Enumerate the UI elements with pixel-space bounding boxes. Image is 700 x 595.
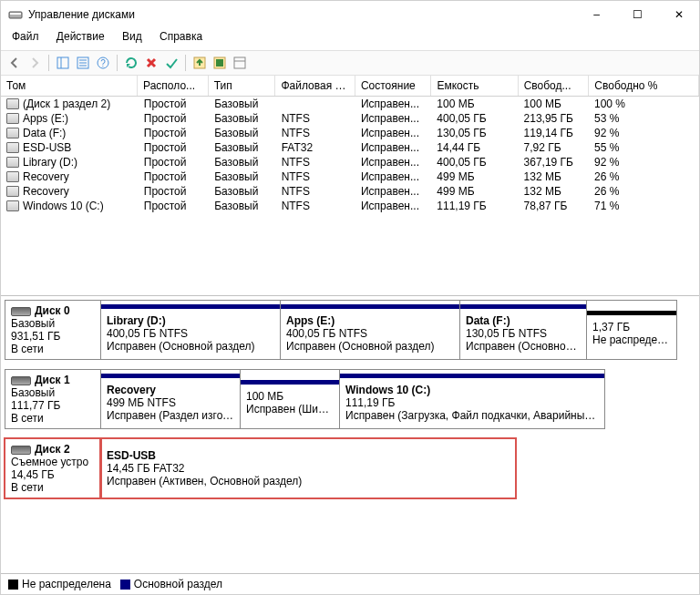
partition-band bbox=[460, 304, 586, 309]
properties-button[interactable] bbox=[75, 55, 91, 71]
forward-button[interactable] bbox=[26, 55, 43, 71]
view-top-button[interactable] bbox=[191, 55, 208, 71]
minimize-button[interactable]: – bbox=[576, 1, 617, 28]
file-menu[interactable]: Файл bbox=[5, 29, 46, 44]
volume-icon bbox=[6, 113, 19, 124]
col-volume[interactable]: Том bbox=[1, 76, 138, 96]
legend-primary: Основной раздел bbox=[120, 578, 222, 590]
svg-rect-12 bbox=[216, 59, 223, 67]
col-type[interactable]: Тип bbox=[209, 76, 276, 96]
partition-band bbox=[340, 374, 604, 378]
disk-info[interactable]: Диск 2Съемное устро14,45 ГБВ сети bbox=[5, 438, 101, 498]
disk-row: Диск 0Базовый931,51 ГБВ сетиLibrary (D:)… bbox=[5, 300, 695, 360]
show-tree-button[interactable] bbox=[55, 55, 71, 71]
help-button[interactable]: ? bbox=[95, 55, 111, 71]
disk-management-window: Управление дисками – ☐ ✕ Файл Действие В… bbox=[0, 0, 700, 595]
disk-icon bbox=[11, 446, 31, 455]
volume-icon bbox=[6, 200, 19, 211]
partition-band bbox=[241, 380, 339, 385]
disk-icon bbox=[11, 376, 31, 385]
table-row[interactable]: Data (F:)ПростойБазовыйNTFSИсправен...13… bbox=[1, 126, 699, 140]
disk-row: Диск 2Съемное устро14,45 ГБВ сетиESD-USB… bbox=[5, 438, 695, 498]
col-capacity[interactable]: Емкость bbox=[431, 76, 518, 96]
legend: Не распределена Основной раздел bbox=[1, 573, 699, 594]
partition[interactable]: Apps (E:)400,05 ГБ NTFSИсправен (Основно… bbox=[280, 300, 460, 360]
partition[interactable]: Recovery499 МБ NTFSИсправен (Раздел изго… bbox=[100, 369, 241, 429]
volume-icon bbox=[6, 157, 19, 168]
svg-rect-2 bbox=[57, 57, 68, 68]
col-free[interactable]: Свобод... bbox=[519, 76, 590, 96]
table-row[interactable]: Windows 10 (C:)ПростойБазовыйNTFSИсправе… bbox=[1, 199, 699, 213]
volume-icon bbox=[6, 128, 19, 138]
volume-icon bbox=[6, 171, 19, 182]
view-bottom-button[interactable] bbox=[211, 55, 228, 71]
menubar: Файл Действие Вид Справка bbox=[1, 28, 699, 50]
disk-graphical-view[interactable]: Диск 0Базовый931,51 ГБВ сетиLibrary (D:)… bbox=[1, 296, 699, 573]
column-headers[interactable]: Том Располо... Тип Файловая с... Состоян… bbox=[1, 76, 699, 97]
partition[interactable]: 100 МБИсправен (Шифров: bbox=[240, 369, 340, 429]
apply-button[interactable] bbox=[163, 55, 180, 71]
view-menu[interactable]: Вид bbox=[115, 29, 149, 44]
partition[interactable]: Windows 10 (C:)111,19 ГБИсправен (Загруз… bbox=[339, 369, 605, 429]
table-row[interactable]: Library (D:)ПростойБазовыйNTFSИсправен..… bbox=[1, 155, 699, 169]
disk-row: Диск 1Базовый111,77 ГБВ сетиRecovery499 … bbox=[5, 369, 695, 429]
col-filesystem[interactable]: Файловая с... bbox=[275, 76, 355, 96]
settings-button[interactable] bbox=[232, 55, 248, 71]
table-row[interactable]: (Диск 1 раздел 2)ПростойБазовыйИсправен.… bbox=[1, 97, 699, 111]
window-title: Управление дисками bbox=[28, 8, 576, 21]
partition[interactable]: Data (F:)130,05 ГБ NTFSИсправен (Основно… bbox=[459, 300, 587, 360]
table-row[interactable]: RecoveryПростойБазовыйNTFSИсправен...499… bbox=[1, 169, 699, 184]
back-button[interactable] bbox=[6, 55, 23, 71]
app-icon bbox=[8, 7, 23, 22]
volume-list[interactable]: Том Располо... Тип Файловая с... Состоян… bbox=[1, 76, 699, 296]
partition-band bbox=[587, 311, 676, 315]
svg-rect-1 bbox=[10, 13, 21, 15]
svg-text:?: ? bbox=[100, 58, 106, 68]
action-menu[interactable]: Действие bbox=[49, 29, 112, 44]
partition-band bbox=[101, 374, 240, 378]
disk-icon bbox=[11, 307, 31, 316]
help-menu[interactable]: Справка bbox=[152, 29, 210, 44]
partition-band bbox=[281, 304, 459, 309]
partition-band bbox=[101, 304, 280, 309]
volume-icon bbox=[6, 142, 19, 153]
titlebar[interactable]: Управление дисками – ☐ ✕ bbox=[1, 1, 699, 28]
col-status[interactable]: Состояние bbox=[355, 76, 432, 96]
disk-info[interactable]: Диск 0Базовый931,51 ГБВ сети bbox=[5, 300, 101, 360]
table-row[interactable]: ESD-USBПростойБазовыйFAT32Исправен...14,… bbox=[1, 140, 699, 155]
refresh-button[interactable] bbox=[123, 55, 139, 71]
partition[interactable]: 1,37 ГБНе распределена bbox=[586, 300, 677, 360]
svg-rect-13 bbox=[234, 57, 245, 68]
disk-info[interactable]: Диск 1Базовый111,77 ГБВ сети bbox=[5, 369, 101, 429]
toolbar: ? bbox=[1, 50, 699, 76]
partition[interactable]: Library (D:)400,05 ГБ NTFSИсправен (Осно… bbox=[100, 300, 281, 360]
delete-button[interactable] bbox=[143, 55, 160, 71]
col-location[interactable]: Располо... bbox=[138, 76, 209, 96]
volume-icon bbox=[6, 98, 19, 109]
close-button[interactable]: ✕ bbox=[658, 1, 699, 28]
partition[interactable]: ESD-USB14,45 ГБ FAT32Исправен (Активен, … bbox=[100, 438, 516, 498]
legend-unallocated: Не распределена bbox=[8, 578, 111, 590]
table-row[interactable]: Apps (E:)ПростойБазовыйNTFSИсправен...40… bbox=[1, 111, 699, 126]
maximize-button[interactable]: ☐ bbox=[617, 1, 658, 28]
table-row[interactable]: RecoveryПростойБазовыйNTFSИсправен...499… bbox=[1, 184, 699, 199]
col-pct[interactable]: Свободно % bbox=[589, 76, 699, 96]
volume-icon bbox=[6, 186, 19, 197]
